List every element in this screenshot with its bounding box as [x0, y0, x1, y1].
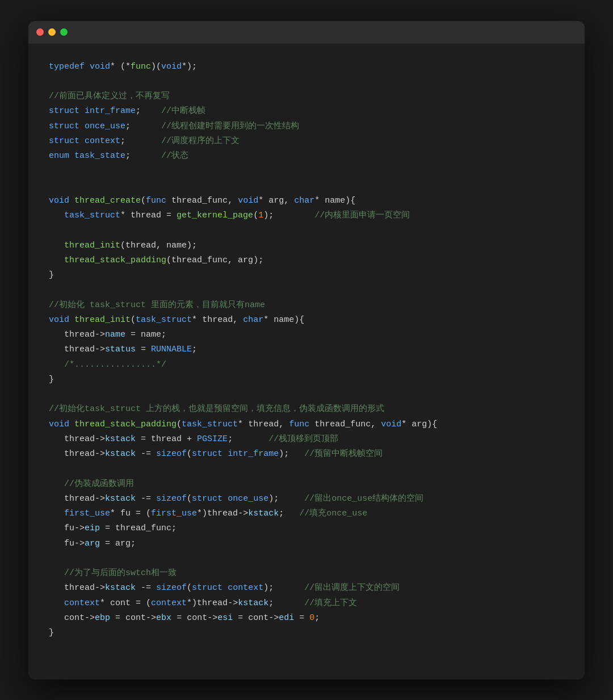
code-line: }	[49, 268, 564, 283]
code-line: }	[49, 626, 564, 640]
code-line: struct intr_frame; //中断栈帧	[49, 104, 564, 119]
code-line: task_struct* thread = get_kernel_page(1)…	[49, 208, 564, 223]
close-button[interactable]	[36, 28, 44, 36]
code-line: /*................*/	[49, 358, 564, 372]
code-line: thread->status = RUNNABLE;	[49, 342, 564, 357]
code-line: //伪装成函数调用	[49, 477, 564, 492]
code-line: thread_init(thread, name);	[49, 238, 564, 253]
code-line: struct once_use; //线程创建时需要用到的一次性结构	[49, 119, 564, 134]
code-line: void thread_create(func thread_func, voi…	[49, 194, 564, 208]
code-line: thread->kstack -= sizeof(struct context)…	[49, 581, 564, 596]
code-line: //前面已具体定义过，不再复写	[49, 89, 564, 104]
code-line: void thread_init(task_struct* thread, ch…	[49, 313, 564, 328]
code-line: fu->eip = thread_func;	[49, 521, 564, 536]
code-line: first_use* fu = (first_use*)thread->ksta…	[49, 506, 564, 521]
code-line: void thread_stack_padding(task_struct* t…	[49, 417, 564, 432]
code-line: thread_stack_padding(thread_func, arg);	[49, 253, 564, 268]
code-line: }	[49, 372, 564, 387]
code-line: //为了与后面的swtch相一致	[49, 566, 564, 581]
code-line: typedef void* (*func)(void*);	[49, 60, 564, 74]
minimize-button[interactable]	[48, 28, 56, 36]
code-line: thread->kstack = thread + PGSIZE; //栈顶移到…	[49, 432, 564, 447]
code-line: thread->kstack -= sizeof(struct intr_fra…	[49, 447, 564, 462]
code-line: //初始化 task_struct 里面的元素，目前就只有name	[49, 298, 564, 313]
code-line: struct context; //调度程序的上下文	[49, 134, 564, 149]
code-area: typedef void* (*func)(void*); //前面已具体定义过…	[28, 44, 585, 657]
code-line: fu->arg = arg;	[49, 536, 564, 551]
maximize-button[interactable]	[60, 28, 68, 36]
titlebar	[28, 21, 585, 44]
code-line: thread->name = name;	[49, 328, 564, 342]
code-line: enum task_state; //状态	[49, 149, 564, 164]
code-line: context* cont = (context*)thread->kstack…	[49, 596, 564, 611]
code-line: thread->kstack -= sizeof(struct once_use…	[49, 492, 564, 506]
code-window: typedef void* (*func)(void*); //前面已具体定义过…	[28, 21, 585, 680]
code-line: cont->ebp = cont->ebx = cont->esi = cont…	[49, 611, 564, 626]
code-line: //初始化task_struct 上方的栈，也就是预留空间，填充信息，伪装成函数…	[49, 402, 564, 417]
